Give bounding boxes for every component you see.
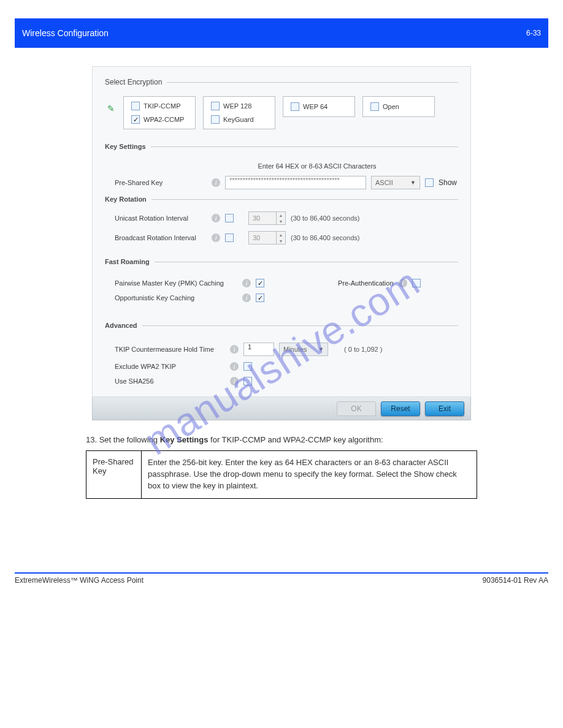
footer-right: 9036514-01 Rev AA [483, 576, 548, 585]
definition-table: Pre-Shared Key Enter the 256-bit key. En… [86, 450, 477, 499]
ok-button[interactable]: OK [337, 401, 376, 416]
chevron-up-icon[interactable]: ▲ [277, 212, 285, 218]
broadcast-interval-value: 30 [249, 232, 276, 244]
preauth-row: Pre-Authentication i [338, 279, 421, 287]
encryption-group-1: TKIP-CCMP WPA2-CCMP [123, 96, 196, 129]
info-icon[interactable]: i [212, 178, 220, 187]
psk-row: Pre-Shared Key i ***********************… [115, 176, 458, 189]
chevron-down-icon: ▼ [318, 346, 324, 352]
definition-text: Enter the 256-bit key. Enter the key as … [142, 451, 477, 498]
reset-button[interactable]: Reset [381, 401, 420, 416]
unicast-label: Unicast Rotation Interval [115, 214, 207, 222]
tkip-ccmp-label: TKIP-CCMP [144, 102, 181, 110]
info-icon[interactable]: i [230, 345, 239, 354]
page-footer: ExtremeWireless™ WiNG Access Point 90365… [15, 576, 548, 585]
psk-hint: Enter 64 HEX or 8-63 ASCII Characters [176, 162, 458, 170]
info-icon[interactable]: i [230, 377, 239, 385]
fast-roaming-title: Fast Roaming [105, 258, 150, 265]
okc-label: Opportunistic Key Caching [115, 294, 237, 301]
wep64-label: WEP 64 [303, 103, 327, 110]
encryption-title-row: Select Encryption [105, 78, 458, 86]
advanced-title: Advanced [105, 322, 137, 329]
fast-roaming-title-row: Fast Roaming [105, 258, 458, 265]
unicast-enable-checkbox[interactable] [225, 214, 234, 222]
divider [167, 82, 458, 83]
keyguard-label: KeyGuard [223, 116, 254, 123]
open-checkbox[interactable] [370, 102, 379, 111]
advanced-title-row: Advanced [105, 322, 458, 329]
tkip-unit-select[interactable]: Minutes ▼ [279, 343, 328, 356]
key-settings-title: Key Settings [105, 143, 146, 150]
chevron-down-icon[interactable]: ▼ [277, 238, 285, 244]
pmk-label: Pairwise Master Key (PMK) Caching [115, 279, 237, 287]
psk-input[interactable]: ****************************************… [225, 176, 366, 189]
unicast-interval-value: 30 [249, 212, 276, 224]
divider [155, 262, 458, 262]
key-rotation-title-row: Key Rotation [105, 195, 458, 203]
divider [151, 146, 458, 147]
broadcast-enable-checkbox[interactable] [225, 233, 234, 242]
advanced-fieldset: Advanced TKIP Countermeasure Hold Time i… [105, 322, 458, 385]
wep128-checkbox[interactable] [211, 102, 220, 110]
unicast-interval-stepper[interactable]: 30 ▲ ▼ [248, 211, 286, 225]
sha-label: Use SHA256 [115, 377, 225, 385]
footer-divider [15, 572, 548, 574]
open-label: Open [383, 103, 399, 110]
chevron-up-icon[interactable]: ▲ [277, 232, 285, 238]
chevron-down-icon: ▼ [410, 180, 416, 186]
exclude-checkbox[interactable] [243, 362, 252, 371]
definition-term: Pre-Shared Key [86, 451, 142, 498]
header-right: 6-33 [526, 29, 541, 37]
psk-label: Pre-Shared Key [115, 179, 207, 186]
psk-format-select[interactable]: ASCII ▼ [371, 176, 420, 189]
footer-left: ExtremeWireless™ WiNG Access Point [15, 576, 144, 585]
key-settings-fieldset: Key Settings Enter 64 HEX or 8-63 ASCII … [105, 143, 458, 245]
info-icon[interactable]: i [399, 279, 407, 287]
wpa2-ccmp-checkbox[interactable] [131, 115, 140, 124]
instruction-text: 13. Set the following Key Settings for T… [86, 435, 477, 444]
encryption-fieldset: Select Encryption ✎ TKIP-CCMP WPA2-CCMP … [105, 78, 458, 129]
edit-icon[interactable]: ✎ [107, 104, 115, 113]
exclude-row: Exclude WPA2 TKIP i [115, 362, 458, 371]
okc-row: Opportunistic Key Caching i [115, 294, 264, 302]
encryption-group-3: WEP 64 [283, 96, 355, 117]
info-icon[interactable]: i [230, 362, 239, 371]
key-rotation-title: Key Rotation [105, 195, 147, 203]
exit-button[interactable]: Exit [425, 401, 464, 416]
preauth-label: Pre-Authentication [338, 279, 394, 287]
psk-format-value: ASCII [375, 179, 393, 186]
okc-checkbox[interactable] [256, 294, 264, 302]
key-settings-title-row: Key Settings [105, 143, 458, 150]
show-key-label: Show [439, 178, 457, 187]
info-icon[interactable]: i [212, 233, 220, 242]
info-icon[interactable]: i [242, 294, 251, 302]
info-icon[interactable]: i [212, 214, 220, 222]
broadcast-range: (30 to 86,400 seconds) [291, 234, 360, 241]
divider [142, 325, 458, 326]
wep128-label: WEP 128 [223, 102, 251, 110]
broadcast-row: Broadcast Rotation Interval i 30 ▲ ▼ (30… [115, 231, 458, 245]
show-key-checkbox[interactable] [425, 178, 434, 187]
encryption-title: Select Encryption [105, 78, 162, 86]
divider [151, 199, 458, 200]
unicast-range: (30 to 86,400 seconds) [291, 214, 360, 222]
tkip-value-input[interactable]: 1 [243, 343, 274, 356]
config-dialog: Select Encryption ✎ TKIP-CCMP WPA2-CCMP … [92, 66, 471, 397]
tkip-range: ( 0 to 1,092 ) [344, 346, 382, 353]
pmk-row: Pairwise Master Key (PMK) Caching i [115, 279, 264, 287]
instruction-bold: Key Settings [160, 435, 209, 444]
sha-checkbox[interactable] [243, 377, 252, 385]
tkip-ccmp-checkbox[interactable] [131, 102, 140, 110]
broadcast-interval-stepper[interactable]: 30 ▲ ▼ [248, 231, 286, 245]
preauth-checkbox[interactable] [412, 279, 421, 287]
sha-row: Use SHA256 i [115, 377, 458, 385]
chevron-down-icon[interactable]: ▼ [277, 218, 285, 224]
unicast-row: Unicast Rotation Interval i 30 ▲ ▼ (30 t… [115, 211, 458, 225]
wep64-checkbox[interactable] [291, 102, 299, 111]
info-icon[interactable]: i [242, 279, 251, 287]
instruction-lead: 13. Set the following [86, 435, 160, 444]
wpa2-ccmp-label: WPA2-CCMP [144, 116, 184, 123]
pmk-checkbox[interactable] [256, 279, 264, 287]
keyguard-checkbox[interactable] [211, 115, 220, 124]
tkip-unit-value: Minutes [283, 346, 307, 353]
